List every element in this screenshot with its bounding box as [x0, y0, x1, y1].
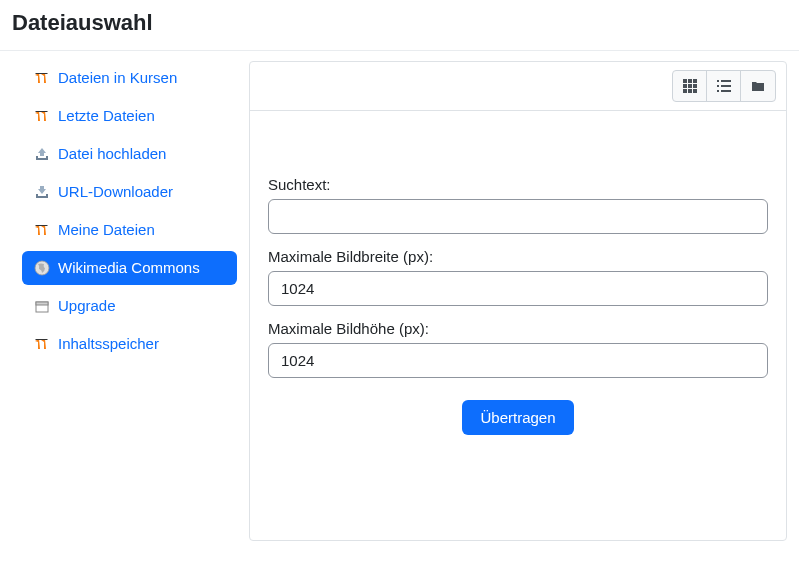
search-form: Suchtext: Maximale Bildbreite (px): Maxi… — [250, 111, 786, 465]
height-input[interactable] — [268, 343, 768, 378]
moodle-icon — [34, 222, 50, 238]
view-toolbar — [250, 62, 786, 111]
sidebar-item-label: Wikimedia Commons — [58, 259, 200, 277]
sidebar-item-upload[interactable]: Datei hochladen — [22, 137, 237, 171]
sidebar-item-content-bank[interactable]: Inhaltsspeicher — [22, 327, 237, 361]
sidebar-item-course-files[interactable]: Dateien in Kursen — [22, 61, 237, 95]
svg-rect-17 — [721, 90, 731, 92]
svg-rect-10 — [688, 89, 692, 93]
sidebar-item-label: Upgrade — [58, 297, 116, 315]
sidebar-item-my-files[interactable]: Meine Dateien — [22, 213, 237, 247]
height-label: Maximale Bildhöhe (px): — [268, 320, 768, 337]
folder-icon — [751, 79, 765, 93]
sidebar-item-upgrade[interactable]: Upgrade — [22, 289, 237, 323]
moodle-icon — [34, 108, 50, 124]
sidebar-item-label: Inhaltsspeicher — [58, 335, 159, 353]
moodle-icon — [34, 70, 50, 86]
svg-rect-2 — [36, 302, 48, 305]
svg-rect-8 — [693, 84, 697, 88]
svg-rect-4 — [688, 79, 692, 83]
sidebar-item-label: Letzte Dateien — [58, 107, 155, 125]
grid-icon — [683, 79, 697, 93]
submit-button[interactable]: Übertragen — [462, 400, 573, 435]
svg-rect-6 — [683, 84, 687, 88]
globe-icon — [34, 260, 50, 276]
svg-rect-13 — [721, 80, 731, 82]
svg-rect-5 — [693, 79, 697, 83]
svg-rect-9 — [683, 89, 687, 93]
upload-icon — [34, 146, 50, 162]
sidebar-item-label: Dateien in Kursen — [58, 69, 177, 87]
tree-view-button[interactable] — [741, 71, 775, 101]
svg-rect-11 — [693, 89, 697, 93]
width-label: Maximale Bildbreite (px): — [268, 248, 768, 265]
svg-rect-16 — [717, 90, 719, 92]
download-icon — [34, 184, 50, 200]
grid-view-button[interactable] — [673, 71, 707, 101]
sidebar-item-url-downloader[interactable]: URL-Downloader — [22, 175, 237, 209]
search-input[interactable] — [268, 199, 768, 234]
width-input[interactable] — [268, 271, 768, 306]
box-icon — [34, 298, 50, 314]
search-label: Suchtext: — [268, 176, 768, 193]
svg-rect-15 — [721, 85, 731, 87]
sidebar-item-recent-files[interactable]: Letzte Dateien — [22, 99, 237, 133]
list-icon — [717, 79, 731, 93]
sidebar-item-label: Meine Dateien — [58, 221, 155, 239]
svg-rect-14 — [717, 85, 719, 87]
svg-rect-7 — [688, 84, 692, 88]
svg-rect-12 — [717, 80, 719, 82]
repository-sidebar: Dateien in Kursen Letzte Dateien Datei h… — [12, 51, 237, 541]
list-view-button[interactable] — [707, 71, 741, 101]
sidebar-item-wikimedia[interactable]: Wikimedia Commons — [22, 251, 237, 285]
page-title: Dateiauswahl — [0, 0, 799, 51]
svg-rect-3 — [683, 79, 687, 83]
main-panel: Suchtext: Maximale Bildbreite (px): Maxi… — [249, 61, 787, 541]
moodle-icon — [34, 336, 50, 352]
sidebar-item-label: URL-Downloader — [58, 183, 173, 201]
sidebar-item-label: Datei hochladen — [58, 145, 166, 163]
